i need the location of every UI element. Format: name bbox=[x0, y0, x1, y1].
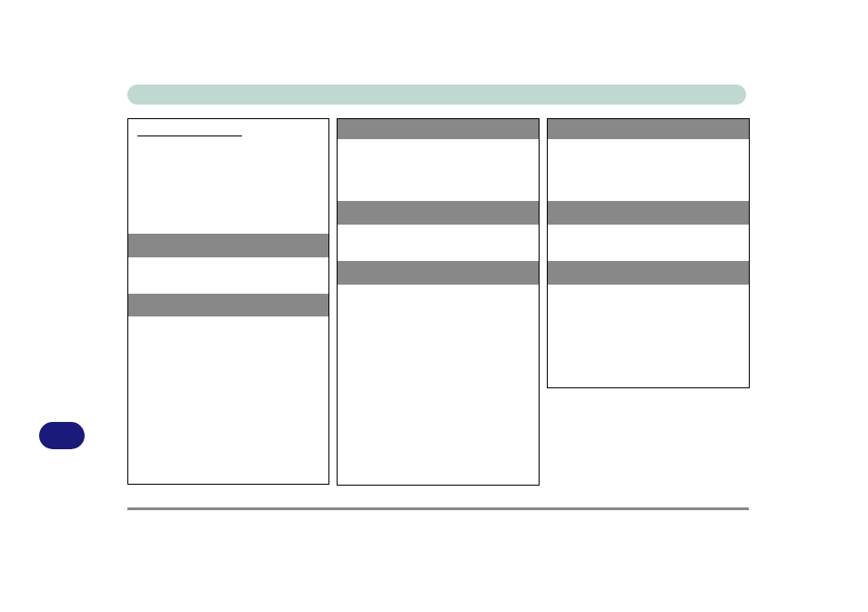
col3-row-3 bbox=[548, 225, 749, 261]
col1-row-1 bbox=[128, 141, 328, 234]
col3-row-5 bbox=[548, 285, 749, 387]
col2-row-0 bbox=[338, 119, 539, 139]
col1-title-cell bbox=[128, 119, 328, 141]
col2-row-3 bbox=[338, 225, 539, 261]
col3-row-0 bbox=[548, 119, 749, 139]
footer-rule bbox=[127, 507, 749, 510]
column-3 bbox=[547, 118, 750, 388]
col2-row-1 bbox=[338, 139, 539, 201]
col3-row-4 bbox=[548, 261, 749, 285]
col1-row-3 bbox=[128, 257, 328, 294]
page-banner bbox=[127, 85, 746, 105]
side-pill bbox=[39, 422, 85, 449]
column-1 bbox=[127, 118, 329, 485]
column-2 bbox=[337, 118, 540, 486]
col3-row-2 bbox=[548, 201, 749, 225]
columns-wrapper bbox=[127, 118, 750, 486]
col2-row-4 bbox=[338, 261, 539, 285]
col1-row-4 bbox=[128, 294, 328, 317]
col1-title-underline bbox=[137, 135, 242, 136]
col1-row-5 bbox=[128, 316, 328, 484]
col1-row-2 bbox=[128, 234, 328, 257]
col2-row-2 bbox=[338, 201, 539, 225]
col3-row-1 bbox=[548, 139, 749, 201]
col2-row-5 bbox=[338, 285, 539, 485]
